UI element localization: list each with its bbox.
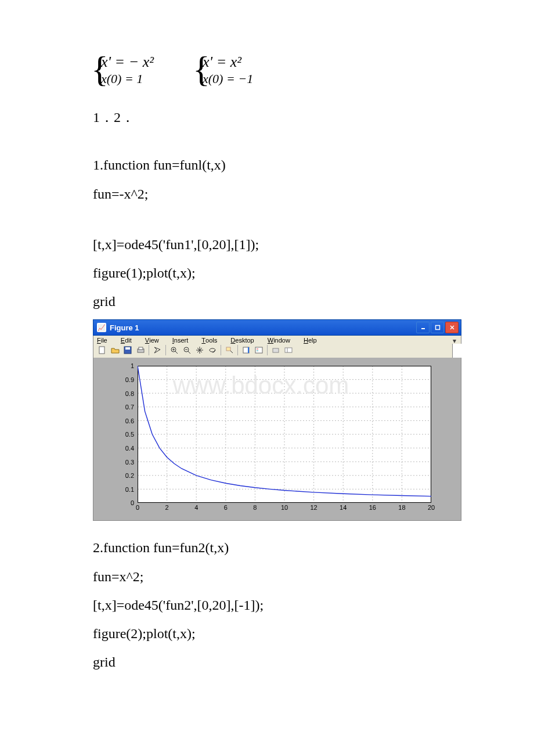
hide-tools-icon[interactable] [269, 344, 282, 356]
pan-icon[interactable] [193, 344, 206, 356]
matlab-figure-icon: 📈 [97, 323, 106, 332]
svg-rect-8 [139, 347, 143, 350]
svg-rect-4 [99, 347, 104, 354]
code1-l3: [t,x]=ode45('fun1',[0,20],[1]); [93, 234, 447, 255]
equation-system-2: { x' = x² x(0) = −1 [194, 52, 253, 87]
menu-bar: File Edit View Insert Tools Desktop Wind… [93, 336, 461, 344]
menu-window[interactable]: Window [268, 337, 296, 344]
y-tick-label: 0.5 [100, 431, 134, 438]
window-title: Figure 1 [110, 323, 139, 332]
matlab-figure-window: 📈 Figure 1 File Edit View Insert Tools D… [93, 319, 461, 521]
x-tick-label: 16 [365, 504, 381, 516]
menu-desktop[interactable]: Desktop [230, 337, 259, 344]
code2-l2: fun=x^2; [93, 566, 447, 588]
label-1-2: 1．2． [93, 108, 447, 127]
y-tick-label: 1 [100, 362, 134, 369]
svg-rect-20 [248, 347, 249, 353]
maximize-button[interactable] [431, 322, 444, 333]
code2-l1: 2.function fun=fun2(t,x) [93, 537, 447, 559]
new-figure-icon[interactable] [96, 344, 109, 356]
menu-view[interactable]: View [145, 337, 165, 344]
watermark-text: www.bdocx.com [172, 372, 349, 399]
svg-rect-24 [273, 348, 279, 352]
svg-line-10 [175, 351, 178, 354]
edit-plot-icon[interactable] [151, 344, 164, 356]
menu-tools[interactable]: Tools [201, 337, 223, 344]
y-tick-label: 0.3 [100, 459, 134, 466]
eq2-line1: x' = x² [203, 52, 253, 72]
x-tick-label: 4 [188, 504, 204, 516]
close-button[interactable] [445, 322, 459, 333]
print-icon[interactable] [134, 344, 147, 356]
minimize-button[interactable] [416, 322, 430, 333]
x-tick-label: 12 [306, 504, 322, 516]
insert-colorbar-icon[interactable] [240, 344, 252, 356]
data-cursor-icon[interactable] [223, 344, 236, 356]
x-tick-label: 20 [423, 504, 439, 516]
zoom-in-icon[interactable] [168, 344, 181, 356]
code1-l4: figure(1);plot(t,x); [93, 262, 447, 284]
y-tick-label: 0.2 [100, 472, 134, 479]
svg-line-14 [188, 351, 190, 354]
svg-rect-25 [285, 348, 292, 352]
svg-rect-21 [255, 347, 262, 353]
x-tick-label: 18 [394, 504, 410, 516]
menu-insert[interactable]: Insert [172, 337, 194, 344]
axes-area[interactable]: www.bdocx.com 00.10.20.30.40.50.60.70.80… [100, 363, 443, 514]
chart-svg: www.bdocx.com [138, 366, 431, 503]
equation-system-1: { x' = − x² x(0) = 1 [93, 52, 154, 87]
equation-systems: { x' = − x² x(0) = 1 { x' = x² x(0) = −1 [93, 52, 447, 87]
svg-rect-6 [125, 347, 130, 350]
open-icon[interactable] [109, 344, 121, 356]
svg-rect-17 [226, 347, 230, 351]
y-tick-label: 0.6 [100, 417, 134, 424]
x-tick-label: 2 [159, 504, 175, 516]
eq2-line2: x(0) = −1 [203, 71, 253, 88]
toolbar [93, 344, 453, 358]
eq1-line2: x(0) = 1 [101, 71, 154, 88]
x-tick-label: 0 [129, 504, 146, 516]
y-tick-label: 0.9 [100, 376, 134, 383]
y-tick-label: 0.8 [100, 390, 134, 397]
menu-edit[interactable]: Edit [121, 337, 138, 344]
code1-l1: 1.function fun=funl(t,x) [93, 154, 447, 176]
show-tools-icon[interactable] [282, 344, 295, 356]
x-tick-label: 14 [335, 504, 351, 516]
menu-file[interactable]: File [97, 337, 113, 344]
insert-legend-icon[interactable] [252, 344, 265, 356]
y-tick-label: 0.7 [100, 404, 134, 411]
x-tick-label: 6 [218, 504, 234, 516]
code2-l3: [t,x]=ode45('fun2',[0,20],[-1]); [93, 595, 447, 616]
code-block-1: 1.function fun=funl(t,x) fun=-x^2; [t,x]… [93, 154, 447, 312]
code2-l4: figure(2);plot(t,x); [93, 623, 447, 645]
window-title-bar[interactable]: 📈 Figure 1 [93, 319, 461, 336]
eq1-line1: x' = − x² [101, 52, 154, 72]
y-tick-label: 0.4 [100, 445, 134, 452]
x-tick-label: 8 [247, 504, 263, 516]
code-block-2: 2.function fun=fun2(t,x) fun=x^2; [t,x]=… [93, 537, 447, 673]
zoom-out-icon[interactable] [181, 344, 193, 356]
x-tick-label: 10 [276, 504, 293, 516]
code1-l5: grid [93, 291, 447, 312]
svg-line-18 [230, 351, 233, 353]
save-icon[interactable] [121, 344, 134, 356]
menu-help[interactable]: Help [304, 337, 323, 344]
y-tick-label: 0.1 [100, 486, 134, 493]
code2-l5: grid [93, 651, 447, 673]
toolbar-more-icon[interactable]: ▾ [453, 337, 456, 345]
rotate3d-icon[interactable] [206, 344, 219, 356]
code1-l2: fun=-x^2; [93, 183, 447, 205]
svg-rect-1 [435, 326, 439, 330]
